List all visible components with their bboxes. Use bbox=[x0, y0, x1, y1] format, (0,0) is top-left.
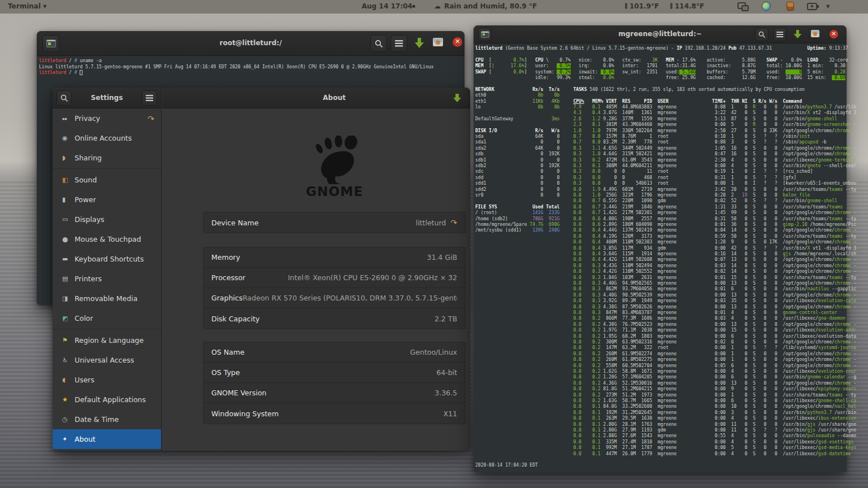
weather-icon: ☁ bbox=[434, 2, 441, 10]
topbar-clock[interactable]: Aug 14 17:04 bbox=[362, 2, 413, 10]
row-value: X11 bbox=[444, 409, 457, 418]
sidebar-item-label: Color bbox=[75, 314, 93, 323]
row-value: 31.4 GiB bbox=[427, 253, 457, 262]
datetime-icon: ◷ bbox=[62, 416, 75, 423]
sidebar-item-label: Universal Access bbox=[75, 356, 134, 364]
row-label: Processor bbox=[211, 273, 245, 282]
notification-dot-icon: ● bbox=[412, 2, 415, 10]
mouse-icon: ⬤ bbox=[62, 237, 75, 242]
about-row-disk-capacity: Disk Capacity2.2 TB bbox=[203, 308, 465, 329]
universal-access-icon: ♿ bbox=[62, 356, 75, 364]
temp2-indicator[interactable]: 114.8°F bbox=[670, 2, 704, 10]
sidebar-item-mouse[interactable]: ⬤Mouse & Touchpad bbox=[53, 229, 161, 249]
row-label: OS Type bbox=[211, 368, 240, 377]
sidebar-item-keyboard[interactable]: ▬Keyboard Shortcuts bbox=[53, 249, 161, 269]
gnome-logo: GNOME bbox=[298, 136, 371, 199]
sidebar-item-power[interactable]: ▮Power bbox=[53, 190, 161, 210]
settings-page-headerbar: About bbox=[162, 88, 470, 108]
about-row-processor: ProcessorIntel® Xeon(R) CPU E5-2690 0 @ … bbox=[203, 268, 465, 288]
sharing-icon: ◗ bbox=[62, 154, 75, 162]
about-group-software: OS NameGentoo/LinuxOS Type64-bitGNOME Ve… bbox=[203, 342, 466, 424]
about-row-memory: Memory31.4 GiB bbox=[203, 247, 465, 268]
globe-icon[interactable] bbox=[762, 2, 771, 12]
sidebar-item-about[interactable]: ✦About bbox=[53, 429, 161, 449]
menu-button[interactable] bbox=[390, 35, 407, 52]
screen-share-icon[interactable] bbox=[737, 2, 749, 13]
about-row-gnome-version: GNOME Version3.36.5 bbox=[203, 383, 465, 403]
sidebar-item-displays[interactable]: ▭Displays bbox=[53, 210, 161, 229]
settings-sidebar: ●●Privacy↷◉Online Accounts◗Sharing◧Sound… bbox=[53, 108, 162, 451]
row-value: Radeon RX 570 Series (POLARIS10, DRM 3.3… bbox=[242, 294, 457, 302]
row-label: GNOME Version bbox=[211, 389, 267, 397]
power-icon: ▮ bbox=[62, 196, 75, 203]
sidebar-item-label: Privacy bbox=[75, 114, 100, 123]
screenshot-icon[interactable] bbox=[810, 29, 820, 41]
displays-icon: ▭ bbox=[62, 216, 75, 223]
row-label: Memory bbox=[211, 253, 240, 262]
terminal-window-glances: mgreene@littleturd:~ ✕ littleturd (Gento… bbox=[474, 25, 847, 472]
sidebar-item-label: Region & Language bbox=[75, 336, 144, 345]
battery-icon[interactable] bbox=[807, 2, 819, 12]
sidebar-item-users[interactable]: ◖Users bbox=[53, 370, 161, 390]
sidebar-item-privacy[interactable]: ●●Privacy↷ bbox=[53, 108, 161, 128]
sidebar-item-label: Online Accounts bbox=[75, 134, 132, 142]
ups-device-icon[interactable] bbox=[787, 2, 794, 12]
topbar-weather[interactable]: Rain and Humid, 80.9 °F bbox=[444, 2, 537, 10]
about-row-graphics: GraphicsRadeon RX 570 Series (POLARIS10,… bbox=[203, 288, 465, 308]
menu-button[interactable] bbox=[773, 28, 787, 41]
sidebar-item-sound[interactable]: ◧Sound bbox=[53, 170, 161, 190]
sidebar-item-label: Keyboard Shortcuts bbox=[75, 255, 144, 263]
about-icon: ✦ bbox=[62, 435, 75, 443]
updates-arrow-icon[interactable] bbox=[452, 93, 462, 105]
row-label: OS Name bbox=[211, 348, 245, 356]
screenshot-icon[interactable] bbox=[432, 37, 444, 50]
page-title: About bbox=[203, 94, 466, 102]
close-button[interactable]: ✕ bbox=[453, 37, 462, 47]
row-value: Intel® Xeon(R) CPU E5-2690 0 @ 2.90GHz ×… bbox=[288, 273, 457, 282]
terminal-app-icon[interactable] bbox=[478, 28, 492, 41]
search-button[interactable] bbox=[755, 28, 769, 41]
sidebar-item-label: Users bbox=[75, 376, 94, 384]
download-arrow-icon[interactable] bbox=[413, 37, 426, 51]
sidebar-item-printers[interactable]: ▤Printers bbox=[53, 269, 161, 289]
search-button[interactable] bbox=[370, 35, 387, 52]
sidebar-item-region[interactable]: ⚑Region & Language bbox=[53, 330, 161, 350]
close-button[interactable]: ✕ bbox=[830, 30, 838, 38]
topbar-app-menu[interactable]: Terminal ▼ bbox=[8, 2, 46, 10]
row-value: 2.2 TB bbox=[435, 315, 457, 323]
online-accounts-icon: ◉ bbox=[62, 134, 75, 142]
settings-window: Settings About ●●Privacy↷◉Online Account… bbox=[53, 88, 470, 451]
sidebar-item-color[interactable]: ◩Color bbox=[53, 308, 161, 328]
sidebar-item-label: Removable Media bbox=[75, 294, 137, 303]
sidebar-item-label: Default Applications bbox=[75, 395, 146, 404]
sidebar-item-universal-access[interactable]: ♿Universal Access bbox=[53, 350, 161, 370]
sidebar-item-label: About bbox=[75, 435, 96, 443]
sidebar-item-datetime[interactable]: ◷Date & Time bbox=[53, 409, 161, 429]
sidebar-item-default-apps[interactable]: ★Default Applications bbox=[53, 390, 161, 409]
privacy-icon: ●● bbox=[62, 117, 75, 120]
sidebar-item-sharing[interactable]: ◗Sharing bbox=[53, 148, 161, 168]
sidebar-item-label: Sound bbox=[75, 176, 97, 184]
sidebar-item-removable-media[interactable]: ◨Removable Media bbox=[53, 289, 161, 308]
removable-media-icon: ◨ bbox=[62, 295, 75, 302]
sidebar-item-label: Printers bbox=[75, 274, 102, 283]
terminal1-headerbar: root@littleturd:/ ✕ bbox=[37, 31, 465, 56]
sidebar-item-label: Date & Time bbox=[75, 415, 119, 424]
sidebar-item-online-accounts[interactable]: ◉Online Accounts bbox=[53, 128, 161, 148]
settings-search-button[interactable] bbox=[57, 90, 72, 106]
download-arrow-icon[interactable] bbox=[792, 29, 803, 42]
terminal2-screen[interactable]: littleturd (Gentoo Base System 2.6 64bit… bbox=[474, 44, 846, 472]
about-group-device: Device Namelittleturd↷ bbox=[203, 212, 466, 233]
row-value: 3.36.5 bbox=[435, 389, 457, 397]
row-value: Gentoo/Linux bbox=[410, 348, 457, 356]
settings-menu-button[interactable] bbox=[142, 90, 157, 106]
about-row-device-name[interactable]: Device Namelittleturd↷ bbox=[203, 212, 465, 233]
terminal2-headerbar: mgreene@littleturd:~ ✕ bbox=[474, 25, 847, 43]
temp1-indicator[interactable]: 101.9°F bbox=[625, 2, 659, 10]
row-value: littleturd bbox=[416, 219, 446, 227]
terminal-app-icon[interactable] bbox=[42, 35, 59, 52]
terminal2-title: mgreene@littleturd:~ bbox=[474, 30, 847, 38]
about-row-windowing-system: Windowing SystemX11 bbox=[203, 403, 465, 424]
thermometer-icon bbox=[625, 3, 627, 9]
system-menu-caret[interactable]: ▼ bbox=[826, 2, 830, 10]
